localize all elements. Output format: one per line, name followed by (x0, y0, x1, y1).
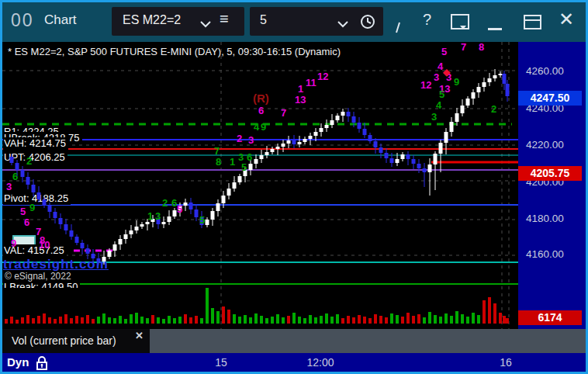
axis-price-label: 4220.00 (526, 139, 564, 151)
pencil-icon[interactable] (394, 21, 402, 38)
help-button[interactable]: ? (423, 11, 431, 29)
axis-price-label: 4260.00 (526, 65, 564, 78)
time-tick-label: 16 (500, 356, 512, 369)
chevron-down-icon[interactable] (337, 17, 349, 31)
lock-icon[interactable] (35, 355, 49, 373)
price-pane[interactable]: * ES M22=2, S&P 500 FUTURES E-MINI (DAY)… (2, 42, 518, 288)
dock-window-button[interactable] (450, 13, 472, 35)
maximize-button[interactable] (523, 14, 543, 34)
symbol-menu-icon[interactable]: ≡ (220, 10, 229, 28)
clock-icon[interactable] (360, 14, 375, 33)
volume-study-tab[interactable]: Vol (current price bar) ✕ (2, 329, 150, 353)
symbol-dropdown[interactable]: ES M22=2 ≡ (112, 7, 244, 36)
volume-value-flag: 6174 (518, 310, 582, 325)
volume-tab-label: Vol (current price bar) (12, 334, 116, 347)
level-price-label: Pivot: 4188.25 (3, 192, 71, 205)
chart-heading: * ES M22=2, S&P 500 FUTURES E-MINI (DAY)… (8, 46, 341, 57)
watermark-link[interactable]: tradesight.com (3, 257, 109, 272)
chevron-down-icon[interactable] (199, 17, 212, 31)
window-number: 00 (11, 10, 34, 31)
minimize-button[interactable] (488, 28, 502, 30)
level-price-label: LBreak: 4149.50 (3, 281, 80, 288)
tab-close-icon[interactable]: ✕ (135, 330, 144, 341)
time-tick-label: 12:00 (306, 356, 334, 369)
axis-price-label: 4180.00 (526, 213, 564, 225)
interval-dropdown[interactable]: 5 (250, 7, 383, 36)
interval-value: 5 (260, 13, 267, 27)
study-tab-row: Vol (current price bar) ✕ (2, 329, 586, 353)
last-price-flag: 4247.50 (518, 91, 582, 106)
alert-price-flag: 4205.75 (518, 166, 582, 181)
chart-window: 00 Chart ES M22=2 ≡ 5 ? (0, 0, 588, 374)
close-button[interactable]: ✕ (559, 9, 574, 30)
time-tick-label: 15 (215, 356, 227, 369)
level-price-label: VAH: 4214.75 (3, 137, 68, 150)
dynamic-mode-button[interactable]: Dyn (7, 355, 29, 369)
time-axis[interactable]: Dyn 1512:0016 (2, 353, 586, 372)
copyright-text: © eSignal, 2022 (5, 271, 71, 282)
title-bar: 00 Chart ES M22=2 ≡ 5 ? (2, 2, 586, 42)
window-title: Chart (44, 12, 77, 28)
level-price-label: UPT: 4206.25 (3, 151, 67, 164)
level-price-label: VAL: 4157.25 (3, 244, 67, 257)
symbol-value: ES M22=2 (123, 13, 181, 27)
price-axis[interactable]: 4260.004240.004220.004200.004180.004160.… (518, 42, 586, 329)
axis-price-label: 4160.00 (526, 248, 564, 261)
